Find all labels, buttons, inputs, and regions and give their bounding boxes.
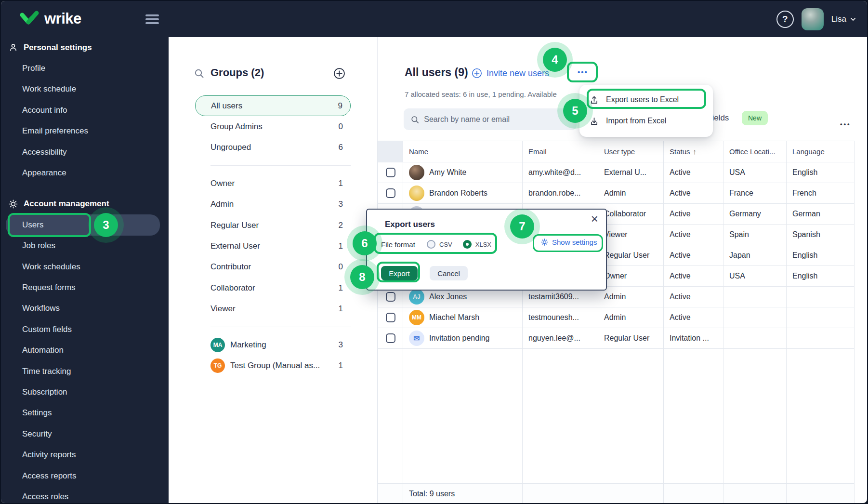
groups-search-icon[interactable] <box>194 68 204 79</box>
xlsx-label[interactable]: XLSX <box>475 241 491 248</box>
column-header-office-location[interactable]: Office Locati... <box>723 141 787 162</box>
add-group-icon[interactable] <box>333 67 345 80</box>
group-item-external-user[interactable]: External User 1 <box>195 236 351 256</box>
xlsx-radio[interactable] <box>463 240 472 249</box>
step-badge-7: 7 <box>510 214 534 239</box>
group-label: Viewer <box>210 304 236 314</box>
group-item-all-users[interactable]: All users 9 <box>195 95 351 116</box>
sidebar-item-account-info[interactable]: Account info <box>1 100 169 120</box>
sidebar-item-users[interactable]: Users <box>6 214 160 235</box>
section-title: Personal settings <box>24 43 92 53</box>
sidebar-item-accessibility[interactable]: Accessibility <box>1 142 169 162</box>
user-type: Viewer <box>598 225 664 245</box>
group-item-marketing[interactable]: MA Marketing 3 <box>195 334 351 355</box>
sidebar-item-settings[interactable]: Settings <box>1 403 169 424</box>
menu-item-import-excel[interactable]: Import from Excel <box>579 110 713 132</box>
column-header-email[interactable]: Email <box>523 141 598 162</box>
sidebar-item-custom-fields[interactable]: Custom fields <box>1 319 169 340</box>
group-item-viewer[interactable]: Viewer 1 <box>195 299 351 319</box>
sidebar-item-email-preferences[interactable]: Email preferences <box>1 121 169 142</box>
more-actions-menu: Export users to Excel Import from Excel <box>579 85 713 137</box>
menu-item-export-users[interactable]: Export users to Excel <box>579 89 713 110</box>
row-checkbox[interactable] <box>386 188 395 198</box>
row-checkbox[interactable] <box>386 292 395 302</box>
group-label: All users <box>211 101 242 111</box>
file-format-row: File format CSV XLSX <box>381 238 502 251</box>
csv-label[interactable]: CSV <box>439 241 452 248</box>
group-item-contributor[interactable]: Contributor 0 <box>195 257 351 278</box>
group-count: 2 <box>339 221 343 230</box>
row-checkbox[interactable] <box>386 168 395 177</box>
user-office: USA <box>723 266 787 286</box>
total-users-label: Total: 9 users <box>403 484 523 504</box>
user-language <box>787 328 854 348</box>
sidebar-item-time-tracking[interactable]: Time tracking <box>1 361 169 382</box>
invite-new-users-button[interactable]: Invite new users <box>472 68 549 79</box>
group-item-test-group[interactable]: TG Test Group (Manual as... 1 <box>195 355 351 376</box>
user-type: Regular User <box>598 328 664 348</box>
download-icon <box>589 116 599 126</box>
user-language: English <box>787 245 854 265</box>
sidebar-item-job-roles[interactable]: Job roles <box>1 236 169 256</box>
group-item-regular-user[interactable]: Regular User 2 <box>195 215 351 236</box>
user-name[interactable]: Brandon Roberts <box>429 189 487 198</box>
new-badge: New <box>742 111 768 125</box>
group-item-owner[interactable]: Owner 1 <box>195 173 351 194</box>
hamburger-menu-icon[interactable] <box>145 14 159 24</box>
csv-radio[interactable] <box>427 240 435 249</box>
sidebar-item-profile[interactable]: Profile <box>1 58 169 79</box>
groups-title: Groups (2) <box>210 66 264 79</box>
menu-label: Import from Excel <box>606 117 666 125</box>
group-item-admin[interactable]: Admin 3 <box>195 194 351 215</box>
sort-asc-icon: ↑ <box>693 147 697 156</box>
sidebar-item-activity-reports[interactable]: Activity reports <box>1 444 169 465</box>
user-status: Active <box>664 225 723 245</box>
sidebar-item-access-reports[interactable]: Access reports <box>1 465 169 486</box>
user-language: German <box>787 204 854 224</box>
sidebar-item-request-forms[interactable]: Request forms <box>1 277 169 298</box>
row-checkbox[interactable] <box>386 313 395 322</box>
user-name[interactable]: Alex Jones <box>429 292 467 301</box>
user-status: Active <box>664 287 723 307</box>
group-label: External User <box>210 241 260 251</box>
search-input[interactable] <box>424 115 570 124</box>
column-header-name[interactable]: Name <box>403 141 523 162</box>
group-item-collaborator[interactable]: Collaborator 1 <box>195 278 351 298</box>
sidebar-item-appearance[interactable]: Appearance <box>1 162 169 183</box>
sidebar-item-workflows[interactable]: Workflows <box>1 298 169 319</box>
user-language: English <box>787 162 854 183</box>
user-avatar[interactable] <box>802 8 824 30</box>
user-type: External U... <box>598 162 664 183</box>
sidebar-item-access-roles[interactable]: Access roles <box>1 486 169 504</box>
person-icon <box>8 42 18 53</box>
user-name[interactable]: Amy White <box>429 168 466 177</box>
column-header-language[interactable]: Language <box>787 141 854 162</box>
sidebar-item-work-schedule[interactable]: Work schedule <box>1 79 169 100</box>
column-header-user-type[interactable]: User type <box>598 141 664 162</box>
user-name[interactable]: Miachel Marsh <box>429 313 479 322</box>
group-item-group-admins[interactable]: Group Admins 0 <box>195 116 351 137</box>
sidebar-item-work-schedules[interactable]: Work schedules <box>1 256 169 277</box>
sidebar-item-subscription[interactable]: Subscription <box>1 382 169 402</box>
sidebar-item-security[interactable]: Security <box>1 424 169 444</box>
table-empty-area <box>378 349 854 483</box>
more-actions-button[interactable]: ••• <box>570 64 596 80</box>
user-menu[interactable]: Lisa <box>831 14 856 24</box>
user-email: nguyen.lee@... <box>523 328 598 348</box>
group-item-ungrouped[interactable]: Ungrouped 6 <box>195 137 351 158</box>
column-header-status[interactable]: Status ↑ <box>664 141 723 162</box>
group-label: Ungrouped <box>210 143 251 152</box>
user-name[interactable]: Invitation pending <box>429 334 489 343</box>
close-icon[interactable]: × <box>591 212 598 225</box>
show-settings-link[interactable]: Show settings <box>540 238 597 246</box>
sidebar-item-automation[interactable]: Automation <box>1 340 169 360</box>
table-settings-icon[interactable]: ••• <box>840 120 851 128</box>
help-icon[interactable]: ? <box>776 11 794 28</box>
cancel-button[interactable]: Cancel <box>430 266 468 280</box>
user-search[interactable] <box>404 108 577 130</box>
row-checkbox[interactable] <box>386 333 395 343</box>
group-count: 3 <box>339 199 343 209</box>
export-button[interactable]: Export <box>381 266 418 280</box>
dialog-title: Export users <box>385 220 435 229</box>
wrike-logo-icon <box>19 9 39 28</box>
